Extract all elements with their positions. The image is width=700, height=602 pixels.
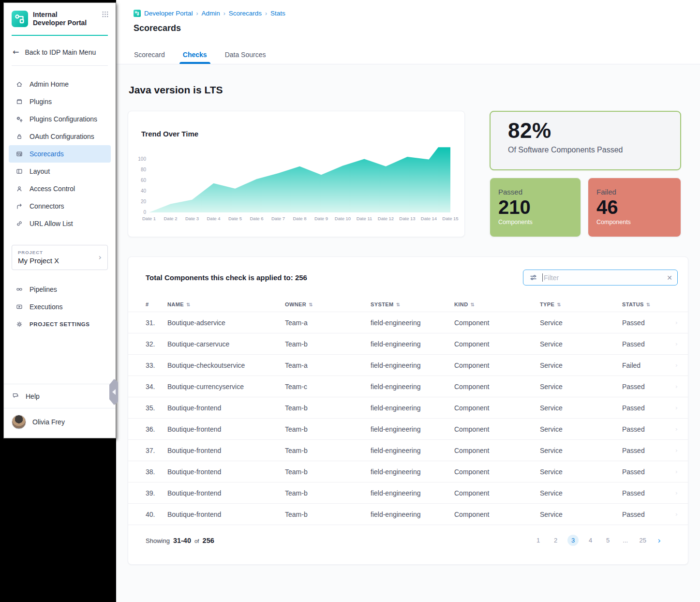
cell-num: 36. [146, 425, 167, 433]
row-chevron-icon: › [671, 404, 678, 411]
sidebar-nav: Admin HomePluginsPlugins ConfigurationsO… [4, 66, 116, 232]
sidebar-item-scorecards[interactable]: Scorecards [9, 145, 111, 163]
table-row[interactable]: 32.Boutique-carservuceTeam-bfield-engine… [128, 333, 688, 354]
cell-num: 37. [146, 447, 167, 454]
x-axis-tick: Date 14 [421, 216, 437, 221]
page-5[interactable]: 5 [602, 535, 613, 546]
page-2[interactable]: 2 [550, 535, 561, 546]
url-allow-list-icon [15, 220, 23, 227]
cell-owner: Team-a [285, 319, 371, 327]
help-button[interactable]: Help [4, 384, 116, 408]
sidebar-item-access-control[interactable]: Access Control [9, 180, 111, 197]
column-header-type[interactable]: TYPE⇅ [540, 301, 622, 307]
showing-range: 31-40 [173, 537, 191, 544]
sidebar-item-plugins[interactable]: Plugins [9, 93, 111, 110]
row-chevron-icon: › [671, 489, 678, 497]
column-label: SYSTEM [371, 301, 394, 307]
sidebar-item-oauth-configurations[interactable]: OAuth Configurations [9, 128, 111, 145]
table-row[interactable]: 38.Boutique-frontendTeam-bfield-engineer… [128, 461, 688, 482]
breadcrumb-developer-portal[interactable]: Developer Portal [144, 10, 193, 17]
tab-data-sources[interactable]: Data Sources [225, 51, 266, 64]
column-label: OWNER [285, 301, 306, 307]
sort-icon[interactable]: ⇅ [471, 302, 475, 307]
breadcrumb-scorecards[interactable]: Scorecards [229, 10, 262, 17]
column-header-name[interactable]: NAME⇅ [167, 301, 285, 307]
sidebar-item-plugins-configurations[interactable]: Plugins Configurations [9, 110, 111, 128]
next-page-icon[interactable]: › [657, 536, 661, 545]
table-row[interactable]: 36.Boutique-frontendTeam-bfield-engineer… [128, 418, 688, 439]
breadcrumb-stats[interactable]: Stats [270, 10, 285, 17]
cell-kind: Component [454, 511, 540, 518]
apps-grid-icon[interactable] [102, 11, 109, 20]
sidebar-item-connectors[interactable]: Connectors [9, 197, 111, 215]
sort-icon[interactable]: ⇅ [309, 302, 313, 307]
column-label: KIND [454, 301, 468, 307]
clear-filter-icon[interactable]: ✕ [667, 274, 672, 282]
column-label: TYPE [540, 301, 554, 307]
tab-checks[interactable]: Checks [183, 51, 207, 64]
table-row[interactable]: 31.Boutique-adserviceTeam-afield-enginee… [128, 312, 688, 333]
sidebar-item-label: Layout [30, 167, 50, 175]
cell-owner: Team-b [285, 489, 371, 497]
tab-scorecard[interactable]: Scorecard [134, 51, 165, 64]
table-row[interactable]: 35.Boutique-frontendTeam-bfield-engineer… [128, 397, 688, 418]
column-header-owner[interactable]: OWNER⇅ [285, 301, 371, 307]
sort-icon[interactable]: ⇅ [186, 302, 191, 307]
sidebar-item-label: URL Allow List [30, 220, 73, 227]
user-menu[interactable]: Olivia Frey [4, 408, 116, 438]
cell-status: Passed [622, 468, 671, 476]
table-row[interactable]: 34.Boutique-currencyserviceTeam-cfield-e… [128, 376, 688, 397]
tab-bar: ScorecardChecksData Sources [134, 51, 266, 64]
sidebar-item-label: Admin Home [30, 80, 69, 88]
page-1[interactable]: 1 [533, 535, 544, 546]
pagination: 12345...25› [533, 535, 661, 546]
sort-icon[interactable]: ⇅ [396, 302, 401, 307]
column-label: NAME [167, 301, 184, 307]
cell-name: Boutique-frontend [167, 447, 285, 454]
sidebar-app-title: Internal Developer Portal [33, 11, 102, 27]
cell-owner: Team-a [285, 361, 371, 369]
cell-owner: Team-b [285, 404, 371, 412]
page-4[interactable]: 4 [585, 535, 596, 546]
sort-icon[interactable]: ⇅ [646, 302, 651, 307]
filter-input[interactable] [542, 273, 667, 282]
breadcrumb-admin[interactable]: Admin [202, 10, 220, 17]
percent-caption: Of Software Components Passed [508, 146, 680, 154]
cell-name: Boutique-adservice [167, 319, 285, 327]
cell-kind: Component [454, 361, 540, 369]
table-row[interactable]: 39.Boutique-frontendTeam-bfield-engineer… [128, 482, 688, 503]
breadcrumb-separator: › [265, 10, 267, 17]
back-to-idp-menu[interactable]: ← Back to IDP Main Menu [4, 36, 116, 65]
main-area: Developer Portal›Admin›Scorecards›Stats … [116, 0, 700, 602]
breadcrumb-separator: › [223, 10, 225, 17]
table-header-row: #NAME⇅OWNER⇅SYSTEM⇅KIND⇅TYPE⇅STATUS⇅ [128, 297, 688, 312]
table-row[interactable]: 40.Boutique-frontendTeam-bfield-engineer… [128, 503, 688, 525]
column-header-system[interactable]: SYSTEM⇅ [371, 301, 454, 307]
sidebar-item-project-settings[interactable]: PROJECT SETTINGS [9, 316, 111, 333]
sidebar-item-url-allow-list[interactable]: URL Allow List [9, 215, 111, 232]
sidebar-item-layout[interactable]: Layout [9, 163, 111, 180]
project-label: PROJECT [18, 250, 99, 255]
percent-passed-card: 82% Of Software Components Passed [490, 111, 681, 170]
cell-system: field-engineering [371, 383, 454, 391]
table-row[interactable]: 33.Boutique-checkoutserviceTeam-afield-e… [128, 354, 688, 376]
page-25[interactable]: 25 [637, 535, 648, 546]
showing-of: of [194, 538, 199, 544]
sort-icon[interactable]: ⇅ [557, 302, 561, 307]
sidebar-item-pipelines[interactable]: Pipelines [9, 281, 111, 298]
cell-type: Service [540, 340, 622, 348]
row-chevron-icon: › [671, 425, 678, 433]
page-3[interactable]: 3 [567, 535, 579, 546]
sidebar-item-admin-home[interactable]: Admin Home [9, 75, 111, 93]
column-header-status[interactable]: STATUS⇅ [622, 301, 671, 307]
chart-plot-area: 100806040200 [149, 146, 450, 212]
scorecards-icon [15, 150, 23, 158]
filter-sliders-icon[interactable] [529, 273, 537, 282]
project-selector[interactable]: PROJECT My Project X › [12, 245, 108, 270]
table-row[interactable]: 37.Boutique-frontendTeam-bfield-engineer… [128, 439, 688, 461]
sidebar-item-label: Connectors [30, 202, 64, 210]
sidebar-header: Internal Developer Portal [4, 3, 116, 35]
cell-kind: Component [454, 489, 540, 497]
sidebar-item-executions[interactable]: Executions [9, 298, 111, 316]
column-header-kind[interactable]: KIND⇅ [454, 301, 540, 307]
